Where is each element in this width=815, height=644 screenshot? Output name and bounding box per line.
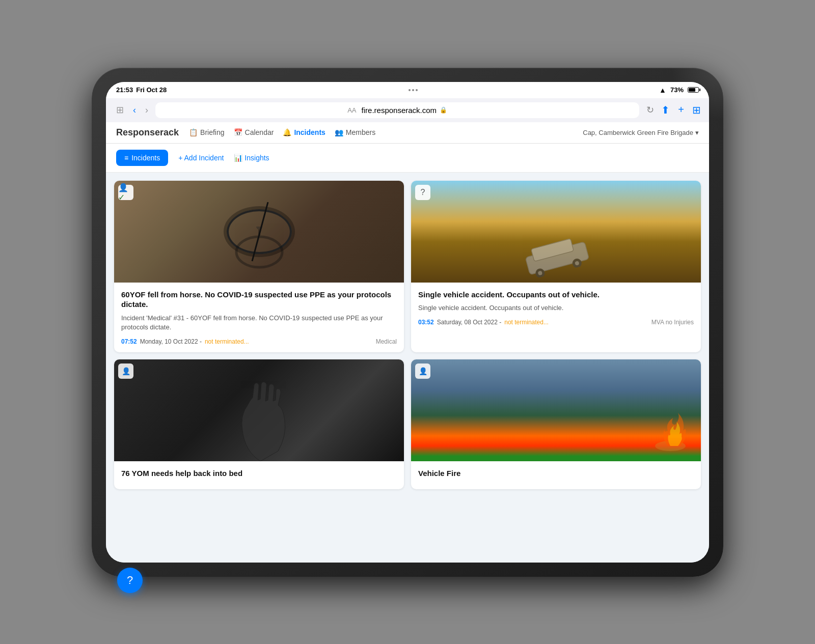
battery-fill (689, 88, 695, 92)
card-title-3: 76 YOM needs help back into bed (121, 468, 397, 479)
calendar-icon: 📅 (234, 128, 242, 136)
incidents-grid: 👤✓ 60YOF fell from horse. No COVID-19 su… (114, 181, 701, 490)
time-display: 21:53 (116, 86, 133, 94)
sub-nav: ≡ Incidents + Add Incident 📊 Insights (106, 144, 709, 173)
url-display: fire.responserack.com (362, 106, 437, 115)
svg-point-0 (236, 237, 282, 267)
card-status-1: not terminated... (205, 338, 249, 345)
status-dots (409, 89, 418, 91)
incident-card-3[interactable]: 👤 76 YOM needs help back into bed (114, 359, 404, 490)
person-icon-4: 👤 (419, 367, 427, 375)
share-icon[interactable]: ⬆ (661, 104, 670, 116)
nav-incidents-label: Incidents (294, 128, 325, 136)
card-title-4: Vehicle Fire (418, 468, 694, 479)
card-type-1: Medical (376, 338, 397, 345)
content-area[interactable]: 👤✓ 60YOF fell from horse. No COVID-19 su… (106, 173, 709, 563)
card-body-3: 76 YOM needs help back into bed (114, 461, 404, 490)
incident-badge-2: ? (415, 185, 430, 200)
card-date-1: Monday, 10 Oct 2022 - (140, 338, 202, 345)
nav-left: Responserack 📋 Briefing 📅 Calendar 🔔 Inc… (116, 127, 375, 138)
back-button[interactable]: ‹ (131, 103, 138, 118)
card-meta-1: 07:52 Monday, 10 Oct 2022 - not terminat… (121, 338, 249, 345)
card-meta-2: 03:52 Saturday, 08 Oct 2022 - not termin… (418, 319, 549, 326)
add-incident-button[interactable]: + Add Incident (178, 154, 224, 162)
card-status-2: not terminated... (504, 319, 549, 326)
incident-image-2: ? (411, 181, 701, 283)
browser-toolbar: ⊞ ‹ › AA fire.responserack.com 🔒 ↻ ⬆ + ⊞ (106, 98, 709, 122)
reload-button[interactable]: ↻ (644, 102, 656, 118)
incidents-bell-icon: 🔔 (283, 128, 291, 136)
card-body-1: 60YOF fell from horse. No COVID-19 suspe… (114, 283, 404, 352)
stethoscope-svg (224, 227, 295, 277)
toolbar-right: ⬆ + ⊞ (661, 104, 701, 116)
battery-icon (688, 87, 699, 93)
incident-image-1: 👤✓ (114, 181, 404, 283)
add-incident-label: + Add Incident (178, 154, 224, 162)
card-type-2: MVA no Injuries (651, 319, 694, 326)
nav-briefing-label: Briefing (200, 128, 224, 136)
nav-calendar-label: Calendar (245, 128, 274, 136)
user-chevron: ▾ (695, 129, 699, 136)
nav-links: 📋 Briefing 📅 Calendar 🔔 Incidents 👥 Memb… (189, 128, 375, 136)
card-desc-1: Incident 'Medical' #31 - 60YOF fell from… (121, 314, 397, 332)
address-bar[interactable]: AA fire.responserack.com 🔒 (155, 102, 639, 118)
person-check-icon: 👤✓ (118, 183, 133, 202)
new-tab-icon[interactable]: + (678, 104, 684, 116)
tabs-icon[interactable]: ⊞ (692, 104, 701, 116)
person-icon-3: 👤 (122, 367, 130, 375)
sidebar-toggle-button[interactable]: ⊞ (114, 102, 126, 118)
incident-card-2[interactable]: ? Single vehicle acciden (411, 181, 701, 352)
incident-badge-3: 👤 (118, 363, 133, 379)
nav-link-members[interactable]: 👥 Members (335, 128, 375, 136)
incident-image-4: 👤 (411, 359, 701, 461)
tablet-device: 21:53 Fri Oct 28 ▲ 73% ⊞ ‹ › (92, 68, 723, 577)
insights-chart-icon: 📊 (234, 154, 242, 162)
browser-chrome: ⊞ ‹ › AA fire.responserack.com 🔒 ↻ ⬆ + ⊞ (106, 98, 709, 122)
card-footer-1: 07:52 Monday, 10 Oct 2022 - not terminat… (121, 338, 397, 345)
card-footer-2: 03:52 Saturday, 08 Oct 2022 - not termin… (418, 319, 694, 326)
wifi-icon: ▲ (659, 86, 666, 94)
card-date-2: Saturday, 08 Oct 2022 - (437, 319, 502, 326)
brand-logo: Responserack (116, 127, 179, 138)
battery-percent: 73% (670, 86, 684, 94)
incident-badge-4: 👤 (415, 363, 430, 379)
dot1 (409, 89, 411, 91)
forward-button[interactable]: › (143, 103, 150, 118)
fire-svg (650, 410, 691, 451)
status-bar: 21:53 Fri Oct 28 ▲ 73% (106, 82, 709, 98)
aa-label: AA (347, 106, 356, 114)
members-icon: 👥 (335, 128, 343, 136)
briefing-icon: 📋 (189, 128, 198, 136)
insights-button[interactable]: 📊 Insights (234, 154, 269, 162)
incidents-tab-icon: ≡ (124, 154, 128, 162)
dot3 (416, 89, 418, 91)
question-mark-icon: ? (421, 188, 425, 197)
card-title-2: Single vehicle accident. Occupants out o… (418, 290, 694, 300)
incident-card-4[interactable]: 👤 Vehicle Fire (411, 359, 701, 490)
card-desc-2: Single vehicle accident. Occupants out o… (418, 303, 694, 313)
incident-badge-1: 👤✓ (118, 185, 133, 200)
insights-label: Insights (244, 154, 269, 162)
nav-bar: Responserack 📋 Briefing 📅 Calendar 🔔 Inc… (106, 122, 709, 144)
dot2 (412, 89, 414, 91)
nav-members-label: Members (346, 128, 375, 136)
incidents-tab-button[interactable]: ≡ Incidents (116, 150, 168, 166)
nav-link-incidents[interactable]: 🔔 Incidents (283, 128, 325, 136)
glove-svg (235, 380, 296, 461)
status-right: ▲ 73% (659, 86, 699, 94)
card-time-1: 07:52 (121, 338, 137, 345)
nav-right: Cap, Camberwick Green Fire Brigade ▾ (583, 129, 699, 136)
incident-image-3: 👤 (114, 359, 404, 461)
card-title-1: 60YOF fell from horse. No COVID-19 suspe… (121, 290, 397, 310)
date-display: Fri Oct 28 (136, 86, 167, 94)
card-body-2: Single vehicle accident. Occupants out o… (411, 283, 701, 333)
incidents-tab-label: Incidents (131, 154, 160, 162)
nav-link-calendar[interactable]: 📅 Calendar (234, 128, 274, 136)
incident-card-1[interactable]: 👤✓ 60YOF fell from horse. No COVID-19 su… (114, 181, 404, 352)
nav-link-briefing[interactable]: 📋 Briefing (189, 128, 224, 136)
card-time-2: 03:52 (418, 319, 434, 326)
card-body-4: Vehicle Fire (411, 461, 701, 490)
user-info: Cap, Camberwick Green Fire Brigade (583, 129, 693, 136)
car-svg (517, 228, 595, 281)
svg-point-2 (256, 227, 262, 230)
